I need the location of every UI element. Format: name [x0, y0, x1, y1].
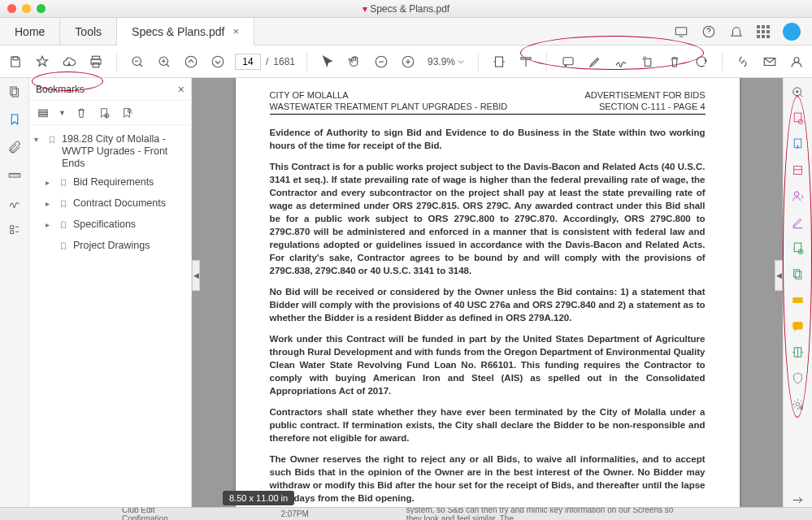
panel-options-icon[interactable]: [36, 106, 50, 120]
create-pdf-icon[interactable]: [791, 136, 805, 151]
bookmark-item-icon: [59, 219, 70, 233]
attachments-icon[interactable]: [7, 140, 22, 154]
para-3: No Bid will be received or considered by…: [270, 287, 706, 323]
toolbar: / 1681 93.9%: [0, 46, 812, 78]
find-bookmark-icon[interactable]: [119, 106, 134, 120]
thumbnails-icon[interactable]: [7, 84, 22, 99]
bookmark-item[interactable]: ▸Project Drawings: [44, 236, 188, 258]
page-number-input[interactable]: [235, 54, 261, 70]
page-up-icon[interactable]: [181, 52, 200, 72]
zoom-level[interactable]: 93.9%: [425, 55, 467, 68]
bookmark-item-icon: [47, 134, 59, 148]
hand-tool-icon[interactable]: [345, 52, 364, 72]
new-bookmark-icon[interactable]: [97, 106, 111, 120]
star-icon[interactable]: [33, 52, 52, 72]
svg-point-8: [185, 56, 197, 67]
svg-rect-13: [521, 57, 531, 58]
panel-close-icon[interactable]: ×: [178, 83, 185, 96]
bookmark-item[interactable]: ▸Bid Requirements: [44, 173, 188, 194]
svg-rect-19: [12, 89, 19, 97]
save-icon[interactable]: [7, 52, 25, 72]
bookmarks-icon[interactable]: [7, 112, 22, 127]
para-2: This Contract is for a public works proj…: [270, 162, 706, 275]
bookmark-item[interactable]: ▸Contract Documents: [44, 194, 188, 215]
sign-rail-icon[interactable]: [7, 195, 22, 210]
page-total: 1681: [273, 56, 295, 67]
zoom-out-button[interactable]: [371, 52, 390, 72]
header-left-2: WASTEWATER TREATMENT PLANT UPGRADES - RE…: [270, 101, 508, 112]
comment-icon[interactable]: [558, 52, 577, 72]
collapse-panel-icon[interactable]: ◀: [192, 260, 200, 291]
request-sign-icon[interactable]: [791, 188, 805, 203]
panel-delete-icon[interactable]: [74, 106, 89, 120]
page-down-icon[interactable]: [208, 52, 227, 72]
tab-home-label: Home: [15, 25, 45, 38]
tab-home[interactable]: Home: [0, 18, 60, 45]
page-sep: /: [266, 56, 268, 67]
bookmarks-panel: Bookmarks × ▼ ▾ 198.28 City of Molalla -…: [29, 78, 192, 507]
zoom-in-button[interactable]: [398, 52, 417, 72]
tab-tools[interactable]: Tools: [60, 18, 117, 45]
para-1: Evidence of Authority to sign Bid and Ev…: [270, 128, 706, 150]
taskbar-item-2: 2:07PM: [280, 509, 308, 518]
apps-grid-icon[interactable]: [757, 25, 770, 38]
more-tools-icon[interactable]: [791, 396, 805, 411]
svg-rect-22: [10, 231, 13, 234]
taskbar-item-3: system, so S&B can then try and mimic ke…: [406, 507, 690, 520]
bookmark-item[interactable]: ▸Specifications: [44, 215, 188, 236]
edit-pdf-icon[interactable]: [791, 162, 805, 177]
account-avatar[interactable]: [783, 23, 801, 41]
svg-rect-23: [39, 110, 48, 111]
panel-title: Bookmarks: [36, 84, 85, 95]
profile-icon[interactable]: [787, 52, 805, 72]
collapse-right-icon[interactable]: [791, 492, 805, 507]
sticky-note-icon[interactable]: [791, 318, 805, 333]
notifications-icon[interactable]: [729, 24, 744, 39]
compare-icon[interactable]: [791, 344, 805, 359]
zoom-out-icon[interactable]: [128, 52, 147, 72]
bookmark-label: Project Drawings: [73, 240, 150, 252]
svg-rect-29: [794, 113, 801, 122]
bookmark-root[interactable]: ▾ 198.28 City of Molalla - WWTP Ugrades …: [33, 130, 188, 173]
page-size-badge: 8.50 x 11.00 in: [223, 491, 294, 505]
export-pdf-icon[interactable]: [791, 110, 805, 125]
bookmark-label: 198.28 City of Molalla - WWTP Ugrades - …: [62, 133, 186, 170]
select-tool-icon[interactable]: [319, 52, 337, 72]
document-viewport[interactable]: CITY OF MOLALLAWASTEWATER TREATMENT PLAN…: [192, 78, 783, 507]
email-icon[interactable]: [761, 52, 779, 72]
layers-icon[interactable]: [7, 223, 22, 237]
header-left-1: CITY OF MOLALLA: [270, 89, 508, 101]
read-mode-icon[interactable]: [517, 52, 536, 72]
tab-file[interactable]: Specs & Plans.pdf×: [117, 18, 254, 46]
bookmark-tree: ▾ 198.28 City of Molalla - WWTP Ugrades …: [29, 125, 191, 262]
delete-icon[interactable]: [665, 52, 684, 72]
search-tool-icon[interactable]: [791, 84, 805, 99]
fit-width-icon[interactable]: [490, 52, 509, 72]
svg-rect-0: [675, 27, 687, 34]
svg-rect-25: [39, 115, 48, 116]
right-rail: [783, 78, 812, 507]
comment-tool-icon[interactable]: [791, 292, 805, 307]
cloud-icon[interactable]: [60, 52, 79, 72]
organize-icon[interactable]: [791, 240, 805, 255]
rotate-icon[interactable]: [639, 52, 658, 72]
svg-rect-2: [13, 57, 18, 60]
expand-tools-icon[interactable]: ◀: [775, 260, 783, 291]
bookmark-label: Contract Documents: [73, 197, 166, 210]
send-comments-icon[interactable]: [791, 266, 805, 281]
protect-icon[interactable]: [791, 370, 805, 385]
fill-sign-icon[interactable]: [791, 214, 805, 229]
print-icon[interactable]: [86, 52, 105, 72]
signature-icon[interactable]: [612, 52, 631, 72]
bookmark-label: Specifications: [73, 219, 136, 231]
para-4: Work under this Contract will be funded …: [270, 334, 706, 396]
svg-rect-32: [794, 166, 802, 174]
undo-icon[interactable]: [692, 52, 710, 72]
zoom-in-icon[interactable]: [155, 52, 174, 72]
highlight-icon[interactable]: [585, 52, 604, 72]
link-icon[interactable]: [734, 52, 753, 72]
help-icon[interactable]: [701, 24, 716, 39]
ruler-icon[interactable]: [7, 167, 22, 182]
close-tab-icon[interactable]: ×: [232, 25, 239, 37]
share-screen-icon[interactable]: [674, 24, 688, 39]
